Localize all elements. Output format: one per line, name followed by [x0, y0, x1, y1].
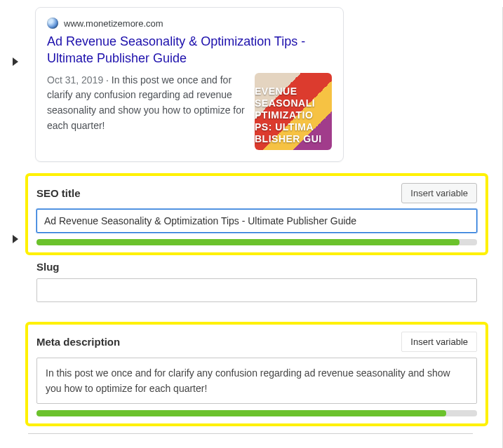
thumb-line: EVENUE SEASONALI — [255, 86, 315, 109]
collapse-toggle-fields[interactable] — [13, 235, 18, 243]
preview-title: Ad Revenue Seasonality & Optimization Ti… — [47, 33, 332, 67]
slug-label: Slug — [36, 261, 60, 273]
thumbnail-text: EVENUE SEASONALI PTIMIZATIO PS: ULTIMA B… — [255, 86, 329, 145]
insert-variable-button-seo[interactable]: Insert variable — [401, 183, 477, 203]
globe-icon — [47, 18, 58, 29]
preview-description: Oct 31, 2019 · In this post we once and … — [47, 73, 245, 134]
thumb-line: PTIMIZATIO — [255, 109, 313, 121]
thumb-line: BLISHER GUI — [255, 133, 322, 144]
seo-title-input[interactable] — [36, 209, 477, 233]
preview-body: Oct 31, 2019 · In this post we once and … — [47, 73, 332, 150]
insert-variable-button-meta[interactable]: Insert variable — [401, 332, 477, 352]
preview-thumbnail: EVENUE SEASONALI PTIMIZATIO PS: ULTIMA B… — [255, 73, 332, 150]
slug-header: Slug — [36, 261, 477, 273]
meta-progress-fill — [36, 410, 446, 416]
google-preview-card: www.monetizemore.com Ad Revenue Seasonal… — [35, 7, 344, 162]
meta-description-section: Meta description Insert variable In this… — [28, 325, 485, 424]
meta-description-input[interactable]: In this post we once and for clarify any… — [36, 358, 477, 405]
meta-progress — [36, 410, 477, 416]
section-divider — [28, 433, 473, 434]
seo-editor-panel: www.monetizemore.com Ad Revenue Seasonal… — [0, 7, 503, 448]
thumb-line: PS: ULTIMA — [255, 121, 314, 133]
seo-title-header: SEO title Insert variable — [36, 183, 477, 203]
preview-date: Oct 31, 2019 — [47, 74, 103, 86]
collapse-toggle-preview[interactable] — [13, 57, 18, 66]
preview-sep: · — [106, 74, 112, 86]
slug-section: Slug — [28, 254, 485, 309]
seo-title-label: SEO title — [36, 187, 81, 199]
meta-label: Meta description — [36, 336, 120, 348]
meta-header: Meta description Insert variable — [36, 332, 477, 352]
preview-domain-row: www.monetizemore.com — [47, 18, 332, 29]
seo-title-section: SEO title Insert variable — [28, 176, 485, 252]
seo-title-progress — [36, 239, 477, 245]
preview-domain: www.monetizemore.com — [64, 18, 163, 29]
slug-input[interactable] — [36, 278, 477, 302]
seo-title-progress-fill — [36, 239, 460, 245]
